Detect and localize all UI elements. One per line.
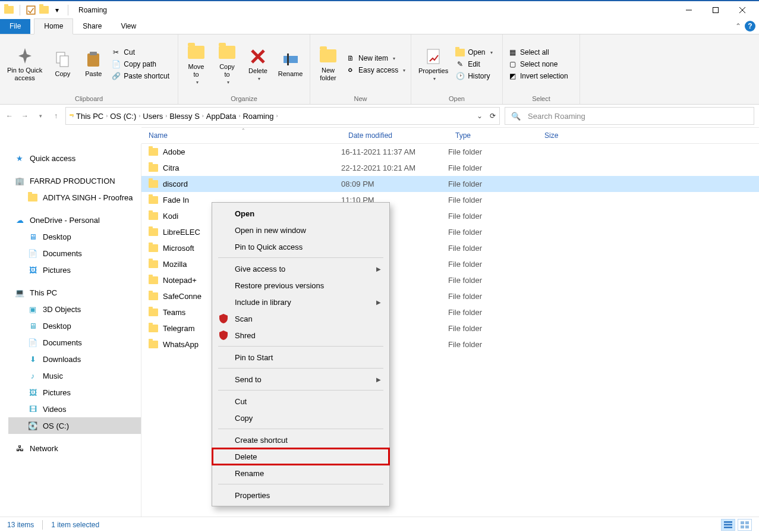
nav-pictures[interactable]: 🖼Pictures (8, 384, 141, 401)
recent-locations-button[interactable]: ▾ (36, 111, 45, 121)
ctx-properties[interactable]: Properties (212, 487, 389, 503)
column-size[interactable]: Size (537, 131, 597, 140)
ctx-scan[interactable]: Scan (212, 310, 389, 327)
nav-od-documents[interactable]: 📄Documents (8, 245, 141, 262)
minimize-button[interactable] (675, 2, 702, 18)
tab-home[interactable]: Home (34, 18, 73, 34)
svg-rect-14 (724, 527, 732, 528)
folder-open-icon (455, 48, 465, 57)
select-all-button[interactable]: ▦Select all (508, 48, 568, 57)
ctx-send-to[interactable]: Send to▶ (212, 371, 389, 388)
row-type: File folder (448, 163, 537, 172)
tab-view[interactable]: View (111, 19, 146, 34)
maximize-button[interactable] (702, 2, 729, 18)
back-button[interactable]: ← (5, 111, 14, 121)
column-date[interactable]: Date modified (341, 131, 448, 140)
ctx-pin-quick[interactable]: Pin to Quick access (212, 238, 389, 255)
paste-shortcut-icon: 🔗 (111, 71, 121, 81)
nav-aditya[interactable]: ADITYA SINGH - Proofrea (8, 189, 141, 206)
nav-od-desktop[interactable]: 🖥Desktop (8, 228, 141, 245)
nav-desktop[interactable]: 🖥Desktop (8, 317, 141, 334)
nav-3d[interactable]: ▣3D Objects (8, 301, 141, 317)
up-button[interactable]: ↑ (51, 111, 61, 121)
qat-properties-icon[interactable] (26, 5, 36, 15)
ctx-delete[interactable]: Delete (212, 448, 389, 465)
ctx-copy[interactable]: Copy (212, 410, 389, 426)
columns-header: ⌃Name Date modified Type Size (141, 127, 759, 144)
view-details-button[interactable] (721, 519, 735, 531)
ctx-open[interactable]: Open (212, 205, 389, 222)
new-item-button[interactable]: 🗎New item▾ (346, 53, 405, 63)
qat-dropdown-icon[interactable]: ▾ (52, 5, 62, 15)
nav-quick-access[interactable]: ★Quick access (8, 150, 141, 166)
edit-button[interactable]: ✎Edit (455, 59, 492, 69)
history-button[interactable]: 🕑History (455, 71, 492, 81)
ctx-open-new-window[interactable]: Open in new window (212, 222, 389, 238)
ctx-rename[interactable]: Rename (212, 465, 389, 481)
table-row[interactable]: Adobe16-11-2021 11:37 AMFile folder (141, 144, 759, 160)
copy-path-button[interactable]: 📄Copy path (111, 59, 169, 69)
nav-music[interactable]: ♪Music (8, 367, 141, 384)
column-type[interactable]: Type (448, 131, 537, 140)
crumb-roaming[interactable]: Roaming› (242, 112, 278, 121)
tab-share[interactable]: Share (73, 19, 111, 34)
ctx-restore-prev[interactable]: Restore previous versions (212, 277, 389, 294)
table-row[interactable]: Citra22-12-2021 10:21 AMFile folder (141, 160, 759, 176)
pin-to-quick-access-button[interactable]: Pin to Quick access (5, 46, 45, 82)
search-input[interactable]: 🔍 Search Roaming (505, 107, 754, 125)
nav-farrad[interactable]: 🏢FARRAD PRODUCTION (8, 172, 141, 189)
nav-thispc[interactable]: 💻This PC (8, 284, 141, 301)
nav-od-pictures[interactable]: 🖼Pictures (8, 262, 141, 278)
group-label-open: Open (411, 94, 502, 104)
ribbon-collapse-icon[interactable]: ⌃ (735, 22, 741, 30)
address-dropdown-icon[interactable]: ⌄ (477, 112, 483, 120)
cut-button[interactable]: ✂Cut (111, 48, 169, 57)
forward-button[interactable]: → (20, 111, 30, 121)
refresh-button[interactable]: ⟳ (490, 112, 496, 120)
invert-selection-button[interactable]: ◩Invert selection (508, 71, 568, 81)
crumb-thispc[interactable]: This PC› (76, 112, 108, 121)
nav-network[interactable]: 🖧Network (8, 440, 141, 457)
address-bar[interactable]: › This PC› OS (C:)› Users› Blessy S› App… (65, 107, 500, 125)
copy-to-button[interactable]: Copy to▾ (214, 43, 240, 86)
ctx-create-shortcut[interactable]: Create shortcut (212, 432, 389, 448)
select-none-button[interactable]: ▢Select none (508, 59, 568, 69)
help-button[interactable]: ? (745, 21, 755, 32)
qat-newfolder-icon[interactable] (39, 5, 49, 15)
copy-to-icon (218, 43, 237, 62)
table-row[interactable]: discord08:09 PMFile folder (141, 176, 759, 192)
crumb-appdata[interactable]: AppData› (206, 112, 241, 121)
close-button[interactable] (729, 2, 755, 18)
videos-icon: 🎞 (27, 404, 38, 414)
pictures-icon: 🖼 (27, 387, 38, 398)
crumb-user[interactable]: Blessy S› (169, 112, 204, 121)
tab-file[interactable]: File (0, 19, 30, 34)
crumb-users[interactable]: Users› (143, 112, 167, 121)
ctx-cut[interactable]: Cut (212, 393, 389, 410)
nav-videos[interactable]: 🎞Videos (8, 401, 141, 417)
new-folder-button[interactable]: New folder (315, 46, 341, 82)
properties-button[interactable]: Properties▾ (416, 47, 451, 82)
paste-button[interactable]: Paste (80, 50, 106, 78)
crumb-os[interactable]: OS (C:)› (110, 112, 140, 121)
nav-downloads[interactable]: ⬇Downloads (8, 351, 141, 367)
ctx-give-access[interactable]: Give access to▶ (212, 260, 389, 277)
row-name: discord (163, 180, 188, 188)
paste-shortcut-button[interactable]: 🔗Paste shortcut (111, 71, 169, 81)
view-large-icons-button[interactable] (738, 519, 752, 531)
copy-button[interactable]: Copy (49, 50, 75, 78)
ctx-pin-start[interactable]: Pin to Start (212, 349, 389, 366)
column-name[interactable]: ⌃Name (141, 131, 341, 140)
easy-access-button[interactable]: ⭘Easy access▾ (346, 65, 405, 75)
delete-button[interactable]: Delete▾ (245, 47, 271, 82)
open-button[interactable]: Open▾ (455, 48, 492, 57)
move-to-button[interactable]: Move to▾ (183, 43, 209, 86)
nav-os-c[interactable]: 💽OS (C:) (8, 417, 141, 434)
nav-onedrive[interactable]: ☁OneDrive - Personal (8, 212, 141, 228)
nav-documents[interactable]: 📄Documents (8, 334, 141, 351)
ctx-include-lib[interactable]: Include in library▶ (212, 294, 389, 310)
ctx-shred[interactable]: Shred (212, 327, 389, 344)
rename-button[interactable]: Rename (276, 50, 305, 78)
row-name: WhatsApp (163, 340, 199, 349)
history-icon: 🕑 (455, 71, 465, 81)
